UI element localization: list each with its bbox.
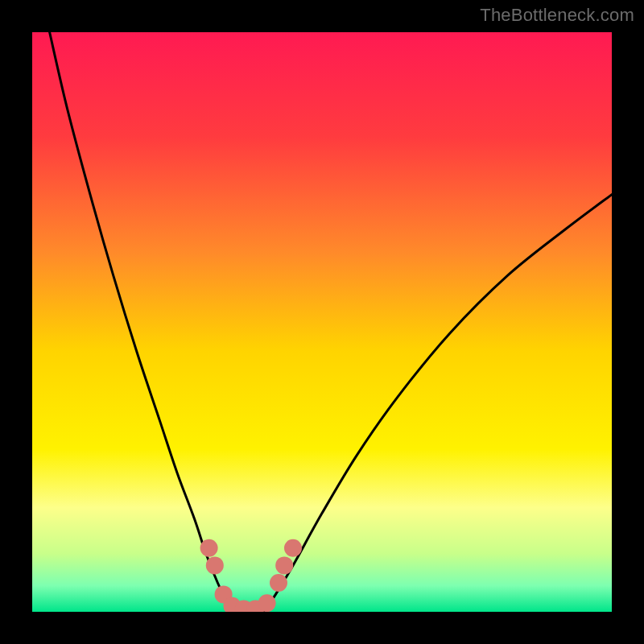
curve-layer [32,32,612,612]
marker-dot [200,539,218,557]
marker-dot [258,594,276,612]
marker-dot [270,574,287,592]
marker-dot [284,539,302,557]
curve-left-branch [50,32,235,612]
marker-dot [206,556,224,574]
marker-dot [275,556,293,574]
curve-right-branch [264,195,612,612]
plot-area [32,32,612,612]
watermark-text: TheBottleneck.com [480,5,634,26]
chart-container: TheBottleneck.com [0,0,644,644]
